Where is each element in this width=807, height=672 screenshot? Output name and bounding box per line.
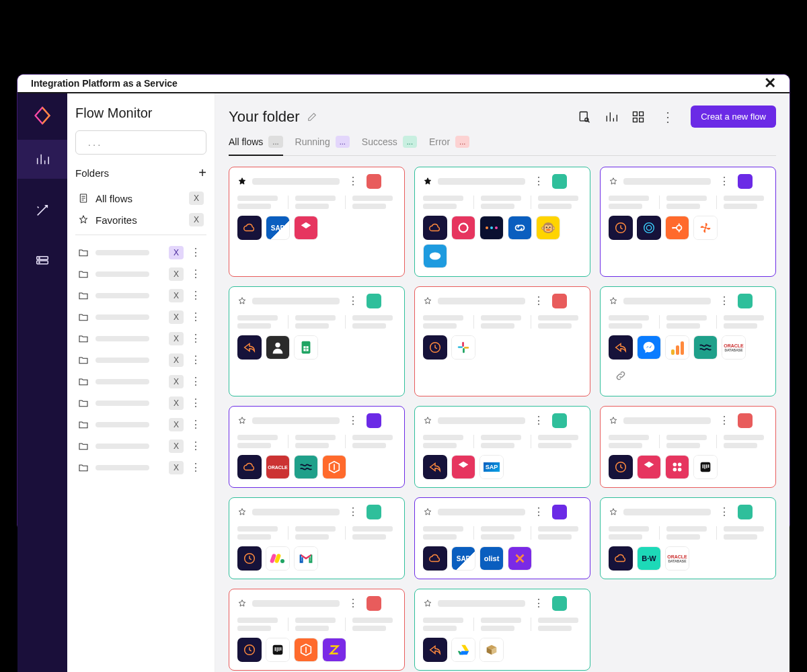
file-search-icon[interactable] xyxy=(578,110,591,124)
folder-icon xyxy=(78,462,89,473)
flow-card[interactable]: ⋮SAP xyxy=(414,406,590,488)
more-icon[interactable]: ⋮ xyxy=(188,312,204,323)
sidebar-item-label: All flows xyxy=(95,193,132,204)
card-more-icon[interactable]: ⋮ xyxy=(345,176,361,187)
nav-wand[interactable] xyxy=(17,191,67,230)
tab-label: Error xyxy=(429,136,450,147)
more-icon[interactable]: ⋮ xyxy=(188,398,204,409)
more-icon[interactable]: ⋮ xyxy=(188,376,204,387)
app-gdrive-icon xyxy=(451,638,475,662)
card-more-icon[interactable]: ⋮ xyxy=(531,598,547,609)
favorite-star-icon[interactable] xyxy=(237,507,247,517)
create-flow-button[interactable]: Creat a new flow xyxy=(691,106,776,128)
flow-card[interactable]: ⋮ xyxy=(414,286,590,396)
status-indicator xyxy=(552,596,567,611)
flow-card[interactable]: ⋮ xyxy=(229,589,405,671)
close-icon[interactable]: ✕ xyxy=(764,75,776,92)
card-more-icon[interactable]: ⋮ xyxy=(531,296,547,306)
folder-item[interactable]: X⋮ xyxy=(75,414,206,435)
favorite-star-icon[interactable] xyxy=(237,599,247,608)
more-icon[interactable]: ⋮ xyxy=(188,247,204,258)
folder-item[interactable]: X⋮ xyxy=(75,349,206,371)
flow-card[interactable]: ⋮B·WORACLEDATABASE xyxy=(600,497,776,579)
edit-icon[interactable] xyxy=(307,112,317,122)
card-more-icon[interactable]: ⋮ xyxy=(345,296,361,306)
favorite-star-icon[interactable] xyxy=(423,416,432,425)
more-icon[interactable]: ⋮ xyxy=(188,462,204,473)
card-more-icon[interactable]: ⋮ xyxy=(716,507,732,517)
favorite-star-icon[interactable] xyxy=(423,177,432,186)
flow-card[interactable]: ⋮🐵 xyxy=(414,167,590,277)
flow-card[interactable]: ⋮ xyxy=(414,589,590,671)
folder-item[interactable]: X⋮ xyxy=(75,392,206,414)
favorite-star-icon[interactable] xyxy=(237,177,247,186)
folder-name-placeholder xyxy=(95,358,149,363)
more-icon[interactable]: ⋮ xyxy=(658,110,677,124)
more-icon[interactable]: ⋮ xyxy=(188,355,204,366)
tab-error[interactable]: Error... xyxy=(429,136,469,156)
flow-card[interactable]: ⋮ORACLE xyxy=(229,406,405,488)
card-more-icon[interactable]: ⋮ xyxy=(345,415,361,426)
nav-db[interactable] xyxy=(17,242,67,281)
card-more-icon[interactable]: ⋮ xyxy=(716,296,732,306)
folder-item[interactable]: X⋮ xyxy=(75,263,206,285)
app-cloud-icon xyxy=(423,216,447,240)
card-more-icon[interactable]: ⋮ xyxy=(716,176,732,187)
tab-running[interactable]: Running... xyxy=(295,136,350,156)
brand-logo xyxy=(32,106,52,128)
card-more-icon[interactable]: ⋮ xyxy=(716,415,732,426)
favorite-star-icon[interactable] xyxy=(237,296,247,306)
flow-card[interactable]: ⋮ xyxy=(229,497,405,579)
nav-monitor[interactable] xyxy=(17,140,67,179)
card-title-placeholder xyxy=(623,417,711,424)
folder-item[interactable]: X⋮ xyxy=(75,328,206,349)
folder-item[interactable]: X⋮ xyxy=(75,306,206,328)
card-more-icon[interactable]: ⋮ xyxy=(345,598,361,609)
chart-icon[interactable] xyxy=(605,110,618,124)
flow-card[interactable]: ⋮ORACLEDATABASE xyxy=(600,286,776,396)
tab-success[interactable]: Success... xyxy=(362,136,417,156)
add-folder-button[interactable]: + xyxy=(198,165,206,181)
link-icon[interactable] xyxy=(609,364,633,388)
more-icon[interactable]: ⋮ xyxy=(188,333,204,344)
svg-point-16 xyxy=(646,225,651,230)
favorite-star-icon[interactable] xyxy=(423,296,432,306)
search-input[interactable] xyxy=(88,138,201,148)
card-more-icon[interactable]: ⋮ xyxy=(531,507,547,517)
card-more-icon[interactable]: ⋮ xyxy=(531,415,547,426)
favorite-star-icon[interactable] xyxy=(609,507,618,517)
favorite-star-icon[interactable] xyxy=(423,599,432,608)
flow-card[interactable]: ⋮ xyxy=(600,406,776,488)
search-input-wrap[interactable] xyxy=(75,130,206,155)
folder-item[interactable]: X⋮ xyxy=(75,371,206,392)
flow-card[interactable]: ⋮ xyxy=(229,286,405,396)
sidebar-item-favorites[interactable]: Favorites X xyxy=(75,209,206,230)
favorite-star-icon[interactable] xyxy=(237,416,247,425)
more-icon[interactable]: ⋮ xyxy=(188,441,204,452)
svg-point-31 xyxy=(673,468,677,472)
favorite-star-icon[interactable] xyxy=(609,177,618,186)
folder-item[interactable]: X⋮ xyxy=(75,435,206,457)
tab-all-flows[interactable]: All flows... xyxy=(229,136,283,156)
card-more-icon[interactable]: ⋮ xyxy=(531,176,547,187)
favorite-star-icon[interactable] xyxy=(423,507,432,517)
folder-item[interactable]: X⋮ xyxy=(75,285,206,306)
favorite-star-icon[interactable] xyxy=(609,296,618,306)
folder-item[interactable]: X⋮ xyxy=(75,457,206,478)
folder-item[interactable]: X⋮ xyxy=(75,242,206,263)
app-ga-icon xyxy=(665,335,689,360)
flow-card[interactable]: ⋮SAPolist xyxy=(414,497,590,579)
grid-icon[interactable] xyxy=(631,110,645,124)
card-more-icon[interactable]: ⋮ xyxy=(345,507,361,517)
more-icon[interactable]: ⋮ xyxy=(188,269,204,280)
more-icon[interactable]: ⋮ xyxy=(188,290,204,301)
sidebar-title: Flow Monitor xyxy=(75,106,206,121)
status-indicator xyxy=(738,505,753,519)
more-icon[interactable]: ⋮ xyxy=(188,419,204,430)
flow-card[interactable]: ⋮SAP xyxy=(229,167,405,277)
folder-icon xyxy=(78,441,89,452)
favorite-star-icon[interactable] xyxy=(609,416,618,425)
flow-card[interactable]: ⋮ xyxy=(600,167,776,277)
sidebar-item-all-flows[interactable]: All flows X xyxy=(75,187,206,209)
status-indicator xyxy=(552,294,567,308)
